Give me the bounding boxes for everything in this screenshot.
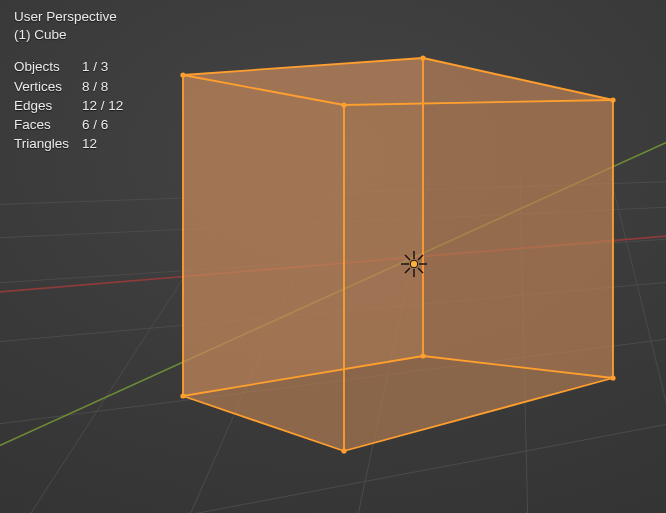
svg-point-30	[341, 448, 346, 453]
svg-point-23	[180, 72, 185, 77]
stat-edges-value: 12 / 12	[82, 97, 123, 116]
stat-edges-label: Edges	[14, 97, 82, 116]
svg-point-39	[410, 260, 418, 268]
scene-stats: Objects 1 / 3 Vertices 8 / 8 Edges 12 / …	[14, 58, 123, 154]
view-perspective-label: User Perspective	[14, 8, 123, 26]
svg-point-27	[180, 393, 185, 398]
cube-face	[344, 100, 613, 451]
cube-face	[183, 75, 344, 451]
svg-point-24	[420, 55, 425, 60]
stat-objects-label: Objects	[14, 58, 82, 77]
stat-objects-value: 1 / 3	[82, 58, 123, 77]
svg-point-28	[420, 353, 425, 358]
stat-triangles-label: Triangles	[14, 135, 82, 154]
stat-vertices-label: Vertices	[14, 78, 82, 97]
active-object-label: (1) Cube	[14, 26, 123, 44]
viewport-overlay: User Perspective (1) Cube Objects 1 / 3 …	[14, 8, 123, 155]
svg-line-10	[610, 175, 666, 513]
stat-faces-label: Faces	[14, 116, 82, 135]
stat-triangles-value: 12	[82, 135, 123, 154]
svg-point-26	[341, 102, 346, 107]
stat-vertices-value: 8 / 8	[82, 78, 123, 97]
viewport-3d[interactable]: User Perspective (1) Cube Objects 1 / 3 …	[0, 0, 666, 513]
svg-point-25	[610, 97, 615, 102]
svg-point-29	[610, 375, 615, 380]
cube-object[interactable]	[180, 55, 615, 453]
stat-faces-value: 6 / 6	[82, 116, 123, 135]
